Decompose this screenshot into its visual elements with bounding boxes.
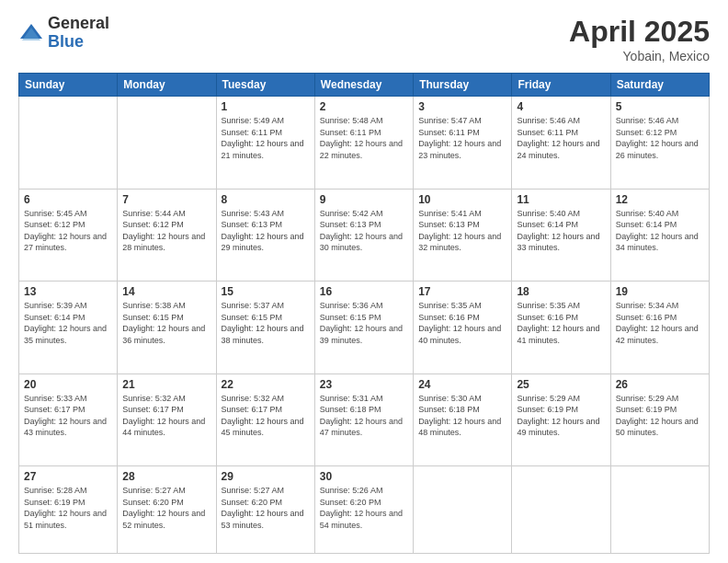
page: General Blue April 2025 Yobain, Mexico S… (0, 0, 728, 563)
day-info: Sunrise: 5:36 AM Sunset: 6:15 PM Dayligh… (320, 300, 408, 346)
day-number: 3 (418, 100, 506, 113)
header: General Blue April 2025 Yobain, Mexico (18, 15, 710, 63)
weekday-header-wednesday: Wednesday (314, 74, 413, 97)
calendar-cell-0-2: 1Sunrise: 5:49 AM Sunset: 6:11 PM Daylig… (216, 97, 314, 190)
day-info: Sunrise: 5:35 AM Sunset: 6:16 PM Dayligh… (517, 300, 605, 346)
calendar-cell-2-1: 14Sunrise: 5:38 AM Sunset: 6:15 PM Dayli… (118, 282, 216, 374)
calendar-cell-0-5: 4Sunrise: 5:46 AM Sunset: 6:11 PM Daylig… (512, 97, 610, 190)
day-number: 26 (616, 378, 704, 391)
day-number: 28 (122, 470, 210, 483)
calendar-cell-4-6 (610, 466, 709, 554)
calendar-cell-1-5: 11Sunrise: 5:40 AM Sunset: 6:14 PM Dayli… (512, 189, 610, 282)
title-location: Yobain, Mexico (569, 49, 710, 63)
day-number: 15 (222, 285, 310, 298)
calendar-cell-3-2: 22Sunrise: 5:32 AM Sunset: 6:17 PM Dayli… (216, 373, 314, 466)
calendar-cell-4-0: 27Sunrise: 5:28 AM Sunset: 6:19 PM Dayli… (19, 466, 118, 554)
day-number: 30 (320, 470, 408, 483)
day-info: Sunrise: 5:47 AM Sunset: 6:11 PM Dayligh… (418, 115, 506, 161)
day-info: Sunrise: 5:27 AM Sunset: 6:20 PM Dayligh… (222, 485, 310, 531)
weekday-header-tuesday: Tuesday (216, 74, 314, 97)
day-info: Sunrise: 5:27 AM Sunset: 6:20 PM Dayligh… (122, 485, 210, 531)
day-number: 22 (222, 378, 310, 391)
logo-blue: Blue (48, 33, 109, 52)
day-info: Sunrise: 5:32 AM Sunset: 6:17 PM Dayligh… (122, 393, 210, 439)
title-month: April 2025 (569, 15, 710, 49)
day-number: 25 (517, 378, 605, 391)
day-info: Sunrise: 5:26 AM Sunset: 6:20 PM Dayligh… (320, 485, 408, 531)
calendar-cell-2-0: 13Sunrise: 5:39 AM Sunset: 6:14 PM Dayli… (19, 282, 118, 374)
day-number: 21 (122, 378, 210, 391)
day-number: 29 (222, 470, 310, 483)
calendar-cell-3-0: 20Sunrise: 5:33 AM Sunset: 6:17 PM Dayli… (19, 373, 118, 466)
day-info: Sunrise: 5:28 AM Sunset: 6:19 PM Dayligh… (24, 485, 112, 531)
calendar-cell-1-4: 10Sunrise: 5:41 AM Sunset: 6:13 PM Dayli… (414, 189, 512, 282)
day-info: Sunrise: 5:46 AM Sunset: 6:12 PM Dayligh… (616, 115, 704, 161)
day-info: Sunrise: 5:49 AM Sunset: 6:11 PM Dayligh… (222, 115, 310, 161)
weekday-header-thursday: Thursday (414, 74, 512, 97)
calendar-week-3: 20Sunrise: 5:33 AM Sunset: 6:17 PM Dayli… (19, 373, 710, 466)
day-info: Sunrise: 5:29 AM Sunset: 6:19 PM Dayligh… (517, 393, 605, 439)
day-info: Sunrise: 5:40 AM Sunset: 6:14 PM Dayligh… (616, 208, 704, 254)
calendar-week-1: 6Sunrise: 5:45 AM Sunset: 6:12 PM Daylig… (19, 189, 710, 282)
day-number: 12 (616, 193, 704, 206)
calendar-cell-1-1: 7Sunrise: 5:44 AM Sunset: 6:12 PM Daylig… (118, 189, 216, 282)
day-info: Sunrise: 5:37 AM Sunset: 6:15 PM Dayligh… (222, 300, 310, 346)
day-info: Sunrise: 5:39 AM Sunset: 6:14 PM Dayligh… (24, 300, 112, 346)
day-number: 11 (517, 193, 605, 206)
calendar-cell-2-3: 16Sunrise: 5:36 AM Sunset: 6:15 PM Dayli… (314, 282, 413, 374)
day-info: Sunrise: 5:40 AM Sunset: 6:14 PM Dayligh… (517, 208, 605, 254)
calendar-week-2: 13Sunrise: 5:39 AM Sunset: 6:14 PM Dayli… (19, 282, 710, 374)
calendar-cell-4-5 (512, 466, 610, 554)
day-info: Sunrise: 5:31 AM Sunset: 6:18 PM Dayligh… (320, 393, 408, 439)
day-info: Sunrise: 5:45 AM Sunset: 6:12 PM Dayligh… (24, 208, 112, 254)
day-info: Sunrise: 5:30 AM Sunset: 6:18 PM Dayligh… (418, 393, 506, 439)
calendar-cell-3-4: 24Sunrise: 5:30 AM Sunset: 6:18 PM Dayli… (414, 373, 512, 466)
day-info: Sunrise: 5:32 AM Sunset: 6:17 PM Dayligh… (222, 393, 310, 439)
day-info: Sunrise: 5:46 AM Sunset: 6:11 PM Dayligh… (517, 115, 605, 161)
day-info: Sunrise: 5:34 AM Sunset: 6:16 PM Dayligh… (616, 300, 704, 346)
day-info: Sunrise: 5:42 AM Sunset: 6:13 PM Dayligh… (320, 208, 408, 254)
calendar-cell-0-3: 2Sunrise: 5:48 AM Sunset: 6:11 PM Daylig… (314, 97, 413, 190)
calendar-cell-2-4: 17Sunrise: 5:35 AM Sunset: 6:16 PM Dayli… (414, 282, 512, 374)
day-number: 18 (517, 285, 605, 298)
logo-general: General (48, 15, 109, 33)
day-info: Sunrise: 5:38 AM Sunset: 6:15 PM Dayligh… (122, 300, 210, 346)
day-number: 14 (122, 285, 210, 298)
day-info: Sunrise: 5:41 AM Sunset: 6:13 PM Dayligh… (418, 208, 506, 254)
calendar-cell-3-3: 23Sunrise: 5:31 AM Sunset: 6:18 PM Dayli… (314, 373, 413, 466)
day-number: 6 (24, 193, 112, 206)
weekday-header-saturday: Saturday (610, 74, 709, 97)
calendar-cell-4-1: 28Sunrise: 5:27 AM Sunset: 6:20 PM Dayli… (118, 466, 216, 554)
weekday-header-sunday: Sunday (19, 74, 118, 97)
calendar-cell-0-1 (118, 97, 216, 190)
calendar-cell-2-5: 18Sunrise: 5:35 AM Sunset: 6:16 PM Dayli… (512, 282, 610, 374)
day-number: 17 (418, 285, 506, 298)
calendar-table: SundayMondayTuesdayWednesdayThursdayFrid… (18, 73, 710, 554)
day-info: Sunrise: 5:43 AM Sunset: 6:13 PM Dayligh… (222, 208, 310, 254)
day-number: 27 (24, 470, 112, 483)
day-number: 23 (320, 378, 408, 391)
day-number: 9 (320, 193, 408, 206)
title-block: April 2025 Yobain, Mexico (569, 15, 710, 63)
calendar-cell-0-6: 5Sunrise: 5:46 AM Sunset: 6:12 PM Daylig… (610, 97, 709, 190)
day-number: 4 (517, 100, 605, 113)
calendar-week-4: 27Sunrise: 5:28 AM Sunset: 6:19 PM Dayli… (19, 466, 710, 554)
calendar-cell-3-5: 25Sunrise: 5:29 AM Sunset: 6:19 PM Dayli… (512, 373, 610, 466)
weekday-header-monday: Monday (118, 74, 216, 97)
calendar-cell-0-0 (19, 97, 118, 190)
weekday-header-friday: Friday (512, 74, 610, 97)
calendar-cell-1-6: 12Sunrise: 5:40 AM Sunset: 6:14 PM Dayli… (610, 189, 709, 282)
day-number: 24 (418, 378, 506, 391)
calendar-cell-4-2: 29Sunrise: 5:27 AM Sunset: 6:20 PM Dayli… (216, 466, 314, 554)
calendar-cell-4-3: 30Sunrise: 5:26 AM Sunset: 6:20 PM Dayli… (314, 466, 413, 554)
day-number: 8 (222, 193, 310, 206)
logo-icon (18, 20, 44, 46)
day-number: 2 (320, 100, 408, 113)
day-number: 16 (320, 285, 408, 298)
calendar-cell-3-1: 21Sunrise: 5:32 AM Sunset: 6:17 PM Dayli… (118, 373, 216, 466)
logo: General Blue (18, 15, 109, 52)
day-info: Sunrise: 5:44 AM Sunset: 6:12 PM Dayligh… (122, 208, 210, 254)
day-number: 10 (418, 193, 506, 206)
day-info: Sunrise: 5:29 AM Sunset: 6:19 PM Dayligh… (616, 393, 704, 439)
weekday-header-row: SundayMondayTuesdayWednesdayThursdayFrid… (19, 74, 710, 97)
